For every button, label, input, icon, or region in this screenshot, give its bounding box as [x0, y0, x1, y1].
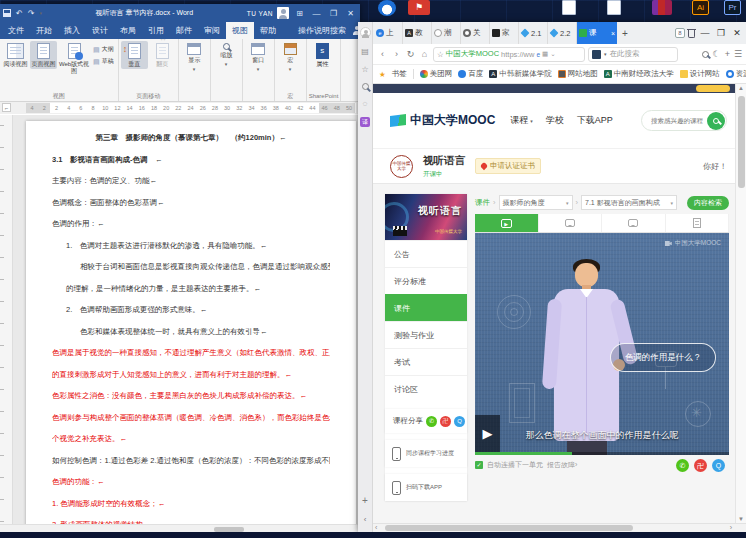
outline-view-button[interactable]: 大纲	[93, 45, 114, 54]
scroll-down-arrow[interactable]: ▼	[736, 516, 746, 522]
vscroll-thumb[interactable]	[738, 96, 745, 188]
window-dropdown-button[interactable]: 窗口▾	[245, 41, 272, 73]
bookmark-item[interactable]: A中南财经政法大学	[604, 69, 674, 79]
wechat-share-icon[interactable]: ✆	[676, 459, 689, 472]
mooc-logo[interactable]: 中国大学MOOC	[390, 112, 495, 129]
university-seal-logo[interactable]: 中国传媒大学	[390, 155, 413, 178]
reload-icon[interactable]: ↻	[405, 49, 416, 59]
nav-schools[interactable]: 学校	[546, 114, 564, 127]
word-account-avatar[interactable]	[277, 7, 289, 19]
side-to-side-button[interactable]: 翻页	[149, 41, 176, 69]
qq-share-icon[interactable]: Q	[712, 459, 725, 472]
menu-item-forum[interactable]: 讨论区	[385, 375, 467, 402]
sidebar-search-icon[interactable]	[362, 83, 369, 90]
ribbon-display-options-icon[interactable]: ⊞	[293, 9, 306, 18]
properties-button[interactable]: s 属性	[309, 41, 336, 69]
browser-tab[interactable]: 2.1	[519, 22, 548, 44]
play-button[interactable]: ▶	[475, 415, 500, 452]
tab-help[interactable]: 帮助	[254, 22, 282, 39]
desktop-icon-premiere[interactable]: Pr	[724, 0, 741, 15]
wechat-share-icon[interactable]: ✆	[426, 416, 437, 427]
tab-mailings[interactable]: 邮件	[170, 22, 198, 39]
menu-item-exams[interactable]: 考试	[385, 348, 467, 375]
show-dropdown-button[interactable]: 显示▾	[181, 41, 208, 73]
tab-discussion-2[interactable]	[602, 214, 666, 232]
browser-close-button[interactable]: ✕	[730, 28, 744, 38]
qat-customize-icon[interactable]: ▾	[39, 10, 42, 16]
browser-tab[interactable]: 家	[490, 22, 519, 44]
video-player[interactable]: 中国大学MOOC	[475, 233, 729, 455]
address-bar[interactable]: ☆ 中国大学MOOC https://ww e ▦ ⌄	[433, 47, 585, 62]
mooc-search[interactable]	[641, 110, 727, 131]
draft-view-button[interactable]: 草稿	[93, 57, 114, 66]
menu-icon[interactable]: ☰	[734, 49, 742, 59]
extension-badge-icon[interactable]: 8	[675, 28, 685, 38]
menu-item-quizzes[interactable]: 测验与作业	[385, 321, 467, 348]
undo-icon[interactable]: ↶	[16, 9, 23, 18]
url-dropdown-icon[interactable]: ⌄	[550, 50, 555, 58]
word-minimize-button[interactable]: —	[310, 9, 323, 18]
favorites-star-icon[interactable]: ☆	[361, 65, 368, 74]
autoplay-checkbox[interactable]: ✓	[475, 461, 483, 469]
find-icon[interactable]	[702, 51, 709, 58]
tab-selector-icon[interactable]: ⌐	[2, 103, 11, 112]
page-horizontal-scrollbar[interactable]: ‹ ›	[373, 523, 746, 532]
banner-yellow-button[interactable]	[696, 85, 730, 92]
vertical-button[interactable]: 垂直	[121, 41, 148, 69]
tell-me-search[interactable]: 操作说明搜索	[292, 22, 352, 39]
scroll-up-arrow[interactable]: ▲	[736, 85, 746, 91]
nav-courses[interactable]: 课程▾	[510, 114, 533, 127]
desktop-icon-red-flag-app[interactable]: ⚑	[408, 0, 430, 15]
menu-item-grading[interactable]: 评分标准	[385, 267, 467, 294]
tab-video[interactable]: ▶	[475, 214, 539, 232]
bookmark-item[interactable]: 设计网站	[680, 69, 720, 79]
zoom-dropdown-button[interactable]: 缩放▾	[213, 41, 240, 68]
night-mode-icon[interactable]: ☾	[713, 49, 721, 59]
word-close-button[interactable]: ✕	[344, 9, 357, 18]
video-progress-bar[interactable]	[475, 452, 729, 455]
nav-download-app[interactable]: 下载APP	[577, 114, 613, 127]
forward-icon[interactable]: ›	[391, 49, 402, 59]
tab-design[interactable]: 设计	[86, 22, 114, 39]
url-extension-icon[interactable]: e	[536, 51, 540, 58]
report-issue-link[interactable]: 报告故障›	[547, 460, 577, 470]
breadcrumb-root[interactable]: 课件	[475, 198, 490, 208]
save-icon[interactable]	[3, 9, 11, 17]
browser-tab-active[interactable]: 课×	[577, 22, 617, 44]
download-app-promo[interactable]: 扫码下载APP	[385, 474, 467, 501]
weibo-share-icon[interactable]: 卍	[694, 459, 707, 472]
browser-tab[interactable]: 潮	[432, 22, 461, 44]
tab-insert[interactable]: 插入	[58, 22, 86, 39]
browser-maximize-button[interactable]: ❐	[714, 28, 728, 38]
comments-icon[interactable]: ◌	[363, 99, 368, 108]
word-horizontal-scrollbar[interactable]	[0, 524, 360, 532]
home-icon[interactable]: ⌂	[419, 49, 430, 59]
sidebar-add-icon[interactable]: +	[362, 495, 368, 506]
trash-icon[interactable]	[687, 28, 696, 38]
browser-tab[interactable]: 2.2	[548, 22, 577, 44]
sidebar-collapse-icon[interactable]: ‹	[364, 515, 367, 524]
mooc-search-button[interactable]	[707, 112, 725, 130]
desktop-icon-document[interactable]	[562, 0, 576, 15]
page-vertical-scrollbar[interactable]: ▲ ▼	[735, 84, 746, 523]
mooc-search-input[interactable]	[649, 116, 707, 125]
reading-list-icon[interactable]: ▤	[361, 47, 369, 56]
tab-view[interactable]: 视图	[226, 22, 254, 39]
search-engine-icon[interactable]	[592, 50, 601, 59]
search-engine-dropdown-icon[interactable]: ▾	[604, 51, 607, 57]
browser-tab[interactable]: 关	[461, 22, 490, 44]
tab-discussion-1[interactable]	[539, 214, 603, 232]
print-layout-button[interactable]: 页面视图	[30, 41, 57, 69]
word-maximize-button[interactable]: ❐	[327, 9, 340, 18]
browser-minimize-button[interactable]: —	[698, 28, 712, 38]
bookmark-item[interactable]: A中韩新媒体学院	[489, 69, 552, 79]
redo-icon[interactable]: ↷	[28, 9, 35, 18]
user-avatar[interactable]	[360, 27, 371, 38]
macros-button[interactable]: 宏▾	[277, 41, 304, 73]
unit-dropdown[interactable]: 7.1 影视语言的画面构成▾	[581, 195, 677, 210]
apply-certificate-badge[interactable]: 申请认证证书	[475, 158, 541, 174]
progress-promo[interactable]: 同步课程学习进度	[385, 440, 467, 467]
tab-file[interactable]: 文件	[2, 22, 30, 39]
desktop-icon-winrar[interactable]	[652, 0, 672, 15]
tab-layout[interactable]: 布局	[114, 22, 142, 39]
